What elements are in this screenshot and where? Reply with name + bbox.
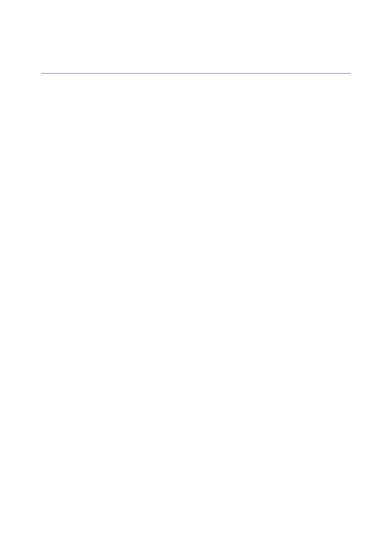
divider	[41, 73, 351, 74]
document-page: start Log off ▾ Log off Shut down Restar…	[0, 0, 392, 111]
